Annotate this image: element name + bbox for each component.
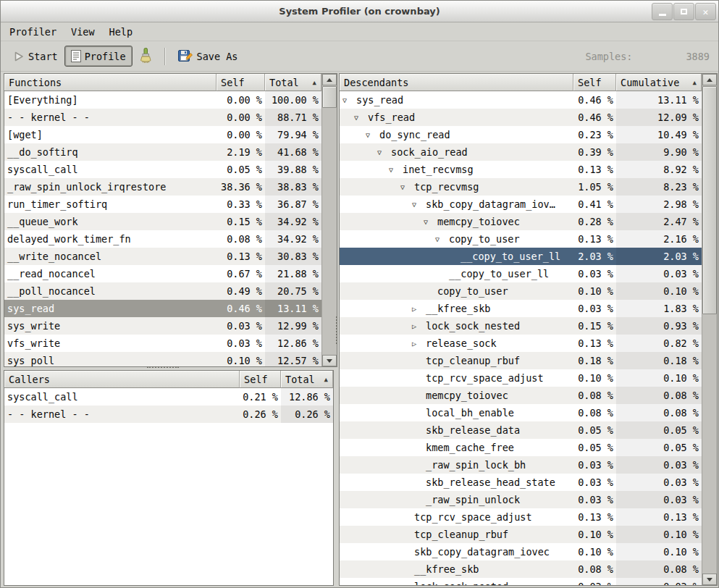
cumulative-value: 0.08 % (616, 404, 702, 421)
functions-table-row[interactable]: __do_softirq2.19 %41.68 % (4, 143, 321, 161)
reset-button[interactable] (133, 43, 159, 69)
menu-view[interactable]: View (64, 24, 102, 40)
scrollbar-thumb[interactable] (702, 86, 717, 314)
expander-closed-icon[interactable]: ▷ (412, 305, 426, 313)
profile-toggle-button[interactable]: Profile (64, 46, 133, 67)
column-header-self[interactable]: Self (216, 74, 265, 91)
descendants-tree-row[interactable]: __copy_to_user_ll0.03 %0.03 % (340, 265, 702, 282)
descendants-tree-row[interactable]: ▽memcpy_toiovec0.28 %2.47 % (340, 213, 702, 230)
descendants-tree-row[interactable]: ▷release_sock0.13 %0.82 % (340, 335, 702, 352)
descendants-tree-row[interactable]: tcp_cleanup_rbuf0.10 %0.10 % (340, 526, 702, 543)
expander-open-icon[interactable]: ▽ (366, 131, 379, 139)
column-header-self[interactable]: Self (573, 74, 616, 91)
functions-table-row[interactable]: delayed_work_timer_fn0.08 %34.92 % (4, 230, 321, 248)
cumulative-value: 2.03 % (616, 248, 702, 265)
descendants-tree-row[interactable]: __kfree_skb0.08 %0.08 % (340, 560, 702, 578)
column-header-self[interactable]: Self (240, 371, 281, 388)
expander-open-icon[interactable]: ▽ (412, 201, 426, 209)
expander-open-icon[interactable]: ▽ (435, 235, 449, 243)
expander-closed-icon[interactable]: ▷ (412, 322, 426, 330)
self-value: 0.05 % (573, 421, 616, 439)
function-name-cell: syscall_call (4, 161, 216, 178)
descendants-tree-row[interactable]: tcp_cleanup_rbuf0.18 %0.18 % (340, 352, 702, 369)
cumulative-value: 0.03 % (616, 474, 702, 491)
callers-table-row[interactable]: syscall_call0.21 %12.86 % (4, 388, 333, 406)
functions-table-row[interactable]: vfs_write0.03 %12.86 % (4, 335, 321, 352)
descendants-tree-row[interactable]: ▽skb_copy_datagram_iov…0.41 %2.98 % (340, 196, 702, 213)
scroll-up-button[interactable] (702, 74, 717, 85)
descendants-tree-row[interactable]: ▽sock_aio_read0.39 %9.90 % (340, 143, 702, 161)
titlebar[interactable]: System Profiler (on crownbay) ✕ (1, 1, 718, 22)
functions-table-row[interactable]: syscall_call0.05 %39.88 % (4, 161, 321, 178)
column-header-callers[interactable]: Callers (4, 371, 240, 388)
functions-table-row[interactable]: sys_poll0.10 %12.57 % (4, 352, 321, 366)
horizontal-pane-resize-handle[interactable] (147, 366, 179, 368)
functions-table-row[interactable]: _raw_spin_unlock_irqrestore38.36 %38.83 … (4, 178, 321, 196)
descendants-tree-row[interactable]: ▽vfs_read0.46 %12.09 % (340, 109, 702, 126)
column-header-cumulative[interactable]: Cumulative▲ (616, 74, 702, 91)
self-value: 0.03 % (216, 335, 265, 352)
descendants-tree-row[interactable]: skb_release_data0.05 %0.05 % (340, 421, 702, 439)
start-button[interactable]: Start (7, 46, 64, 67)
function-name: syscall_call (7, 391, 78, 403)
functions-table-row[interactable]: - - kernel - -0.00 %88.71 % (4, 109, 321, 126)
menu-profiler[interactable]: Profiler (2, 24, 64, 40)
scrollbar-thumb[interactable] (322, 86, 337, 108)
column-header-descendants[interactable]: Descendants (340, 74, 573, 91)
column-header-functions[interactable]: Functions (4, 74, 216, 91)
expander-open-icon[interactable]: ▽ (424, 218, 437, 226)
descendants-tree-row[interactable]: __copy_to_user_ll2.03 %2.03 % (340, 248, 702, 265)
descendants-tree-row[interactable]: ▽sys_read0.46 %13.11 % (340, 91, 702, 109)
descendants-tree-row[interactable]: tcp_rcv_space_adjust0.10 %0.10 % (340, 369, 702, 387)
functions-table-row[interactable]: [Everything]0.00 %100.00 % (4, 91, 321, 109)
expander-open-icon[interactable]: ▽ (354, 114, 368, 122)
descendants-tree-row[interactable]: copy_to_user0.10 %0.10 % (340, 282, 702, 300)
functions-table-row[interactable]: [wget]0.00 %79.94 % (4, 126, 321, 143)
descendants-tree-row[interactable]: kmem_cache_free0.05 %0.05 % (340, 439, 702, 456)
descendants-tree-row[interactable]: memcpy_toiovec0.08 %0.08 % (340, 387, 702, 404)
menu-help[interactable]: Help (102, 24, 140, 40)
descendants-tree-row[interactable]: ▽inet_recvmsg0.13 %8.92 % (340, 161, 702, 178)
descendants-tree-row[interactable]: ▷__kfree_skb0.03 %1.83 % (340, 300, 702, 317)
descendants-tree-row[interactable]: ▽do_sync_read0.23 %10.49 % (340, 126, 702, 143)
descendants-tree-row[interactable]: lock_sock_nested0.03 %0.03 % (340, 578, 702, 585)
descendants-tree-row[interactable]: ▽copy_to_user0.13 %2.16 % (340, 230, 702, 248)
functions-scrollbar[interactable] (321, 74, 337, 366)
function-name: __read_nocancel (7, 268, 96, 280)
expander-closed-icon[interactable]: ▷ (412, 340, 426, 348)
vertical-pane-resize-handle[interactable] (336, 316, 337, 344)
descendants-tree-row[interactable]: _raw_spin_unlock0.03 %0.03 % (340, 491, 702, 508)
descendants-tree-row[interactable]: tcp_rcv_space_adjust0.13 %0.13 % (340, 508, 702, 526)
functions-table-row[interactable]: __poll_nocancel0.49 %20.75 % (4, 282, 321, 300)
minimize-button[interactable] (652, 3, 673, 20)
functions-table-row[interactable]: __write_nocancel0.13 %30.83 % (4, 248, 321, 265)
functions-table-row[interactable]: run_timer_softirq0.33 %36.87 % (4, 196, 321, 213)
expander-open-icon[interactable]: ▽ (342, 96, 356, 104)
self-value: 0.08 % (216, 230, 265, 248)
descendants-tree-row[interactable]: skb_release_head_state0.03 %0.03 % (340, 474, 702, 491)
functions-table-row[interactable]: __read_nocancel0.67 %21.88 % (4, 265, 321, 282)
descendants-tree-row[interactable]: ▷lock_sock_nested0.15 %0.93 % (340, 317, 702, 335)
column-header-total[interactable]: Total▲ (281, 371, 333, 388)
expander-open-icon[interactable]: ▽ (400, 183, 414, 191)
functions-table-row[interactable]: __queue_work0.15 %34.92 % (4, 213, 321, 230)
descendants-tree-row[interactable]: ▽tcp_recvmsg1.05 %8.23 % (340, 178, 702, 196)
save-as-button[interactable]: Save As (172, 45, 245, 67)
close-button[interactable]: ✕ (695, 3, 716, 20)
expander-open-icon[interactable]: ▽ (377, 148, 391, 156)
descendants-scrollbar[interactable] (702, 74, 717, 585)
scroll-down-button[interactable] (702, 574, 717, 585)
function-name-cell: - - kernel - - (4, 109, 216, 126)
descendants-tree-row[interactable]: skb_copy_datagram_iovec0.10 %0.10 % (340, 543, 702, 560)
descendants-tree-row[interactable]: local_bh_enable0.08 %0.08 % (340, 404, 702, 421)
expander-open-icon[interactable]: ▽ (389, 166, 403, 174)
functions-table-row[interactable]: sys_read0.46 %13.11 % (4, 300, 321, 317)
maximize-button[interactable] (673, 3, 694, 20)
column-header-total[interactable]: Total▲ (265, 74, 321, 91)
scroll-down-button[interactable] (322, 355, 337, 366)
callers-table-row[interactable]: - - kernel - -0.26 %0.26 % (4, 406, 333, 423)
descendants-tree-row[interactable]: _raw_spin_lock_bh0.03 %0.03 % (340, 456, 702, 474)
functions-table-row[interactable]: sys_write0.03 %12.99 % (4, 317, 321, 335)
scroll-up-button[interactable] (322, 74, 337, 85)
cumulative-value: 0.10 % (616, 543, 702, 560)
